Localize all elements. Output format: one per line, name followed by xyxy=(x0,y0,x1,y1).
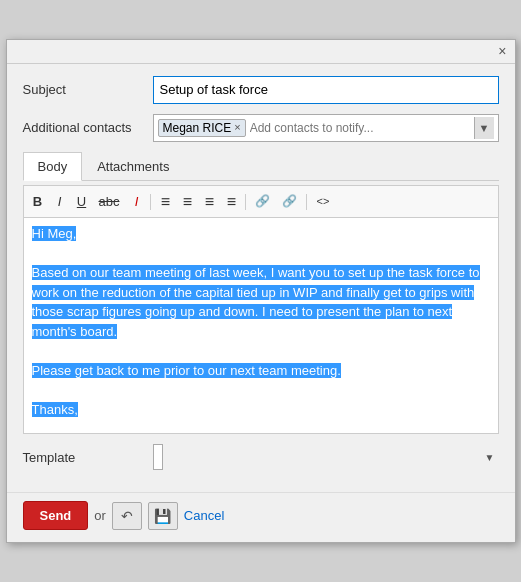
template-select[interactable] xyxy=(153,444,163,470)
contacts-row: Additional contacts Megan RICE × ▼ xyxy=(23,114,499,142)
tab-attachments[interactable]: Attachments xyxy=(82,152,184,180)
template-select-wrapper xyxy=(153,444,499,470)
contacts-label: Additional contacts xyxy=(23,120,153,135)
undo-button[interactable]: ↶ xyxy=(112,502,142,530)
save-icon: 💾 xyxy=(154,508,171,524)
undo-icon: ↶ xyxy=(121,508,133,524)
subject-input[interactable] xyxy=(153,76,499,104)
toolbar-link-button[interactable]: 🔗 xyxy=(250,191,275,211)
save-button[interactable]: 💾 xyxy=(148,502,178,530)
tabs-container: Body Attachments xyxy=(23,152,499,181)
editor-toolbar: B I U abc I ≡ ≡ ≡ ≡ 🔗 🔗 <> xyxy=(24,186,498,218)
toolbar-bold-button[interactable]: B xyxy=(28,191,48,213)
editor-text-line3: Based on our team meeting of last week, … xyxy=(32,265,480,339)
toolbar-italic-button[interactable]: I xyxy=(50,191,70,213)
toolbar-italic-red-button[interactable]: I xyxy=(126,191,146,213)
contact-tag-remove-button[interactable]: × xyxy=(234,122,240,133)
toolbar-underline-button[interactable]: U xyxy=(72,191,92,213)
contact-tag-name: Megan RICE xyxy=(163,121,232,135)
tab-body[interactable]: Body xyxy=(23,152,83,181)
subject-row: Subject xyxy=(23,76,499,104)
close-button[interactable]: × xyxy=(496,44,508,58)
template-row: Template xyxy=(23,444,499,470)
dialog-footer: Send or ↶ 💾 Cancel xyxy=(7,492,515,542)
toolbar-unlink-button[interactable]: 🔗 xyxy=(277,191,302,211)
contacts-container[interactable]: Megan RICE × ▼ xyxy=(153,114,499,142)
toolbar-unordered-list-button[interactable]: ≡ xyxy=(155,189,175,214)
toolbar-align-left-button[interactable]: ≡ xyxy=(199,189,219,214)
editor-wrapper: Hi Meg, Based on our team meeting of las… xyxy=(24,218,498,433)
contacts-dropdown-button[interactable]: ▼ xyxy=(474,117,494,139)
editor-area: B I U abc I ≡ ≡ ≡ ≡ 🔗 🔗 <> Hi Meg, xyxy=(23,185,499,434)
toolbar-divider-1 xyxy=(150,194,151,210)
subject-label: Subject xyxy=(23,82,153,97)
contacts-input[interactable] xyxy=(250,121,474,135)
editor-text-line1: Hi Meg, xyxy=(32,226,77,241)
or-label: or xyxy=(94,508,106,523)
editor-text-line5: Please get back to me prior to our next … xyxy=(32,363,341,378)
send-button[interactable]: Send xyxy=(23,501,89,530)
editor-text-line7: Thanks, xyxy=(32,402,78,417)
toolbar-ordered-list-button[interactable]: ≡ xyxy=(177,189,197,214)
contact-tag-megan: Megan RICE × xyxy=(158,119,246,137)
compose-dialog: × Subject Additional contacts Megan RICE… xyxy=(6,39,516,543)
editor-content[interactable]: Hi Meg, Based on our team meeting of las… xyxy=(24,218,498,433)
toolbar-strikethrough-button[interactable]: abc xyxy=(94,191,125,213)
toolbar-divider-2 xyxy=(245,194,246,210)
dialog-titlebar: × xyxy=(7,40,515,64)
toolbar-align-right-button[interactable]: ≡ xyxy=(221,189,241,214)
template-label: Template xyxy=(23,450,153,465)
tabs: Body Attachments xyxy=(23,152,499,181)
toolbar-source-button[interactable]: <> xyxy=(311,192,334,211)
toolbar-divider-3 xyxy=(306,194,307,210)
dialog-body: Subject Additional contacts Megan RICE ×… xyxy=(7,64,515,492)
cancel-button[interactable]: Cancel xyxy=(184,508,224,523)
